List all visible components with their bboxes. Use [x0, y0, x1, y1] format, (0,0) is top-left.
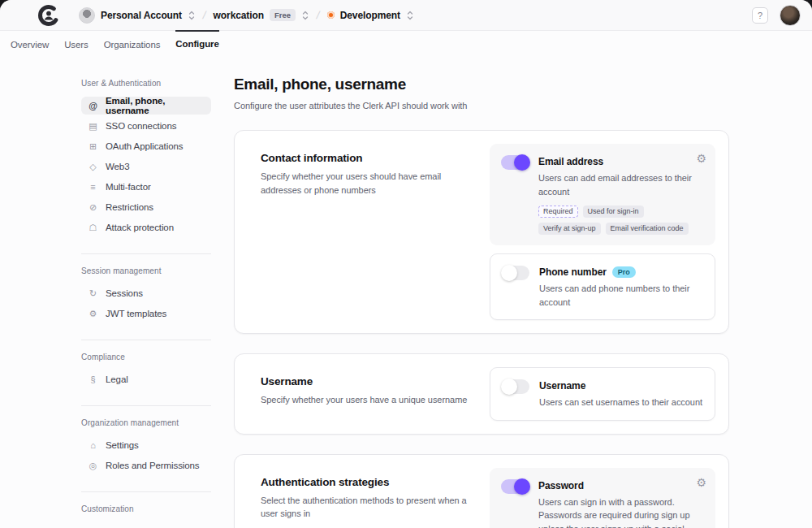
card-description: Specify whether your users should have e… — [261, 170, 470, 197]
sidebar-item-label: Settings — [106, 440, 139, 450]
auth-card-text: Authentication strategies Select the aut… — [248, 468, 470, 528]
sidebar-item-label: Legal — [106, 374, 128, 384]
toggle-knob — [514, 478, 530, 495]
phone-panel-title: Phone number — [539, 266, 607, 278]
refresh-icon: ↻ — [88, 288, 98, 299]
sidebar-item-label: Restrictions — [106, 202, 153, 212]
apps-grid-icon: ⊞ — [88, 141, 98, 152]
sidebar-item-restrictions[interactable]: ⊘ Restrictions — [81, 198, 211, 216]
shield-icon: ☖ — [88, 223, 98, 233]
sidebar-item-roles-permissions[interactable]: ◎ Roles and Permissions — [81, 457, 211, 474]
user-avatar[interactable] — [780, 5, 801, 26]
sign-in-badge: Used for sign-in — [583, 206, 644, 218]
verification-code-badge: Email verification code — [606, 223, 689, 235]
sidebar-item-label: Attack protection — [106, 223, 174, 232]
contact-information-card: Contact information Specify whether your… — [234, 130, 729, 334]
select-chevrons-icon — [301, 10, 309, 21]
sidebar-section-session: Session management ↻ Sessions ⚙ JWT temp… — [81, 253, 211, 337]
sidebar-section-customization: Customization ⊡ Account Portal ☺ Avatars… — [81, 491, 211, 528]
section-label: Organization management — [81, 418, 211, 427]
sidebar-item-label: Roles and Permissions — [106, 461, 200, 470]
sidebar-item-label: Email, phone, username — [106, 96, 205, 115]
id-card-icon: ▤ — [88, 121, 98, 132]
layers-icon: ≡ — [88, 182, 98, 192]
verify-badge: Verify at sign-up — [538, 223, 601, 235]
tab-bar: Overview Users Organizations Configure — [0, 31, 812, 58]
password-settings-gear-icon[interactable]: ⚙ — [696, 477, 706, 488]
section-label: Compliance — [81, 353, 211, 361]
password-panel: Password Users can sign in with a passwo… — [490, 468, 715, 528]
username-panel-description: Users can set usernames to their account — [539, 396, 703, 409]
card-title: Username — [261, 375, 470, 387]
clerk-logo-icon[interactable] — [38, 5, 59, 26]
settings-sidebar: User & Authentication @ Email, phone, us… — [81, 79, 211, 528]
password-toggle[interactable] — [501, 479, 529, 494]
section-label: User & Authentication — [81, 79, 211, 88]
card-description: Select the authentication methods to pre… — [261, 494, 470, 521]
username-panel-body: Username Users can set usernames to thei… — [539, 379, 703, 409]
sidebar-item-label: SSO connections — [106, 121, 176, 131]
username-panel: Username Users can set usernames to thei… — [490, 367, 715, 421]
card-description: Specify whether your users have a unique… — [261, 393, 470, 407]
email-badges: Required Used for sign-in Verify at sign… — [538, 206, 704, 235]
username-card-panels: Username Users can set usernames to thei… — [490, 367, 715, 421]
diamond-icon: ◇ — [88, 162, 98, 172]
project-switcher[interactable]: workcation Free — [214, 9, 309, 21]
content-area: User & Authentication @ Email, phone, us… — [0, 58, 812, 528]
tab-configure[interactable]: Configure — [175, 30, 218, 58]
sidebar-item-label: OAuth Applications — [106, 141, 183, 151]
tab-users[interactable]: Users — [64, 31, 89, 58]
sidebar-item-web3[interactable]: ◇ Web3 — [81, 158, 211, 175]
tab-organizations[interactable]: Organizations — [104, 31, 161, 58]
environment-dot-icon — [327, 11, 335, 19]
sidebar-item-label: Sessions — [106, 288, 143, 298]
sidebar-item-sso-connections[interactable]: ▤ SSO connections — [81, 117, 211, 135]
phone-panel-body: Phone number Pro Users can add phone num… — [539, 265, 703, 309]
building-icon: ⌂ — [88, 440, 98, 450]
account-switcher[interactable]: Personal Account — [79, 7, 196, 24]
roles-icon: ◎ — [88, 461, 98, 471]
auth-card-panels: Password Users can sign in with a passwo… — [490, 468, 715, 528]
card-title: Authentication strategies — [261, 476, 470, 488]
username-toggle[interactable] — [502, 379, 529, 394]
email-address-toggle[interactable] — [501, 155, 529, 170]
toggle-knob — [501, 265, 517, 281]
sidebar-item-oauth-applications[interactable]: ⊞ OAuth Applications — [81, 137, 211, 155]
phone-number-panel: Phone number Pro Users can add phone num… — [490, 253, 715, 320]
sidebar-section-organization: Organization management ⌂ Settings ◎ Rol… — [81, 405, 211, 489]
email-panel-body: Email address Users can add email addres… — [538, 154, 704, 235]
breadcrumb-separator: / — [313, 9, 322, 21]
tab-overview[interactable]: Overview — [11, 31, 49, 58]
legal-icon: § — [88, 374, 98, 384]
email-panel-title: Email address — [538, 156, 603, 167]
select-chevrons-icon — [406, 10, 414, 21]
contact-card-panels: Email address Users can add email addres… — [490, 144, 715, 320]
sidebar-item-attack-protection[interactable]: ☖ Attack protection — [81, 219, 211, 236]
page-subtitle: Configure the user attributes the Clerk … — [234, 101, 729, 110]
environment-switcher[interactable]: Development — [327, 10, 414, 21]
sidebar-item-label: Multi-factor — [106, 182, 151, 192]
plan-badge: Free — [270, 9, 296, 21]
sidebar-item-jwt-templates[interactable]: ⚙ JWT templates — [81, 305, 211, 322]
sidebar-item-account-portal[interactable]: ⊡ Account Portal — [81, 522, 211, 528]
sidebar-section-compliance: Compliance § Legal — [81, 340, 211, 403]
sidebar-item-email-phone-username[interactable]: @ Email, phone, username — [81, 97, 211, 115]
pro-badge: Pro — [612, 266, 636, 278]
section-label: Customization — [81, 504, 211, 513]
phone-number-toggle[interactable] — [502, 266, 529, 280]
sidebar-item-org-settings[interactable]: ⌂ Settings — [81, 436, 211, 454]
email-settings-gear-icon[interactable]: ⚙ — [696, 153, 706, 164]
sidebar-item-label: JWT templates — [106, 309, 166, 318]
authentication-strategies-card: Authentication strategies Select the aut… — [234, 454, 729, 528]
account-avatar — [79, 7, 95, 24]
email-address-panel: Email address Users can add email addres… — [490, 144, 715, 245]
main-panel: Email, phone, username Configure the use… — [234, 76, 729, 528]
sidebar-item-sessions[interactable]: ↻ Sessions — [81, 284, 211, 302]
contact-card-text: Contact information Specify whether your… — [248, 144, 470, 320]
sidebar-item-label: Web3 — [106, 162, 129, 171]
help-button[interactable]: ? — [752, 7, 768, 24]
password-panel-description: Users can sign in with a password. Passw… — [538, 496, 704, 528]
sidebar-item-multi-factor[interactable]: ≡ Multi-factor — [81, 178, 211, 196]
username-card: Username Specify whether your users have… — [234, 353, 729, 435]
sidebar-item-legal[interactable]: § Legal — [81, 370, 211, 388]
